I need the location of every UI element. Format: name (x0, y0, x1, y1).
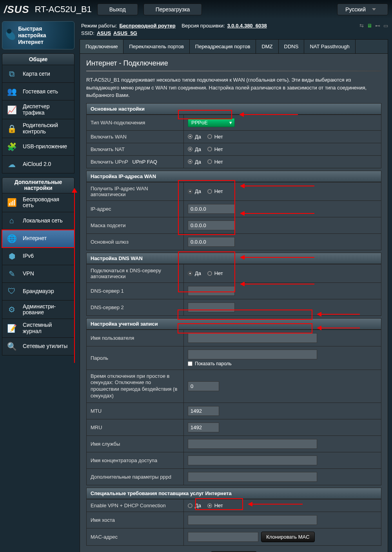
wan-gw-input[interactable] (188, 237, 235, 247)
vpn-dhcp-yes[interactable] (188, 503, 192, 508)
sidebar-item-gen-1[interactable]: 👥Гостевая сеть (2, 83, 74, 100)
mru-input[interactable] (188, 423, 219, 432)
tab-nat[interactable]: NAT Passthrough (304, 40, 355, 53)
menu-icon: ⬢ (6, 251, 17, 262)
tab-ddns[interactable]: DDNS (279, 40, 305, 53)
advanced-header: Дополнительные настройки (2, 177, 74, 193)
status-line: Режим работы: Беспроводной роутер Версия… (80, 22, 388, 30)
wan-auto-yes[interactable] (188, 189, 192, 194)
tab-port-forward[interactable]: Переадресация портов (190, 40, 256, 53)
menu-label: Интернет (23, 235, 47, 241)
upnp-faq-link[interactable]: UPnP FAQ (132, 159, 157, 165)
menu-icon: 📶 (6, 197, 17, 208)
menu-label: USB-приложение (23, 144, 67, 149)
sidebar-item-adv-6[interactable]: ⚙Администри-рование (2, 301, 74, 319)
dns2-input[interactable] (188, 302, 235, 312)
menu-label: AiCloud 2.0 (23, 161, 51, 167)
sidebar-item-adv-1[interactable]: ⌂Локальная сеть (2, 212, 74, 230)
sidebar: Быстрая настройка Интернет Общие ⧉Карта … (0, 19, 76, 552)
menu-label: Карта сети (23, 71, 50, 77)
wan-type-select[interactable]: PPPoE (188, 118, 235, 127)
section-dns: Настройка DNS WAN (86, 253, 381, 264)
tabs: Подключение Переключатель портов Переадр… (80, 39, 388, 54)
section-isp: Специальные требования поставщика услуг … (86, 488, 381, 499)
idle-input[interactable] (188, 381, 219, 391)
sidebar-item-adv-0[interactable]: 📶Беспроводная сеть (2, 193, 74, 212)
menu-icon: ⧉ (6, 68, 17, 79)
sidebar-item-adv-2[interactable]: 🌐Интернет (2, 230, 74, 248)
show-password-checkbox[interactable] (188, 361, 192, 366)
sidebar-item-gen-2[interactable]: 📈Диспетчер трафика (2, 100, 74, 119)
dns-auto-no[interactable] (207, 271, 212, 276)
menu-label: Системный журнал (23, 322, 70, 334)
description: RT-AC52U_B1 поддерживает несколько типов… (86, 76, 381, 99)
menu-icon: 🔒 (6, 123, 17, 134)
menu-label: Диспетчер трафика (23, 104, 70, 116)
tab-connection[interactable]: Подключение (80, 40, 123, 53)
language-dropdown[interactable]: Русский (337, 4, 388, 15)
tab-port-trigger[interactable]: Переключатель портов (123, 40, 189, 53)
menu-icon: ⚙ (6, 304, 17, 315)
wan-auto-no[interactable] (207, 189, 212, 194)
section-account: Настройка учетной записи (86, 318, 381, 330)
page-title: Интернет - Подключение (86, 59, 381, 67)
mtu-input[interactable] (188, 406, 219, 416)
menu-label: IPv6 (23, 253, 34, 259)
tab-dmz[interactable]: DMZ (256, 40, 278, 53)
mac-input[interactable] (188, 532, 258, 542)
dns-auto-yes[interactable] (188, 271, 192, 276)
password-input[interactable] (188, 350, 317, 359)
wand-icon (4, 29, 17, 42)
menu-icon: 📝 (6, 323, 17, 334)
reboot-button[interactable]: Перезагрузка (143, 4, 202, 15)
menu-label: VPN (23, 271, 34, 277)
wifi-icon: 🖥 (367, 23, 372, 29)
ssid-5[interactable]: ASUS_5G (113, 30, 137, 36)
enable-wan-no[interactable] (207, 134, 212, 139)
menu-icon: ⌂ (6, 215, 17, 226)
enable-upnp-no[interactable] (207, 159, 212, 164)
vpn-dhcp-no[interactable] (207, 503, 212, 508)
sidebar-item-gen-4[interactable]: 🧩USB-приложение (2, 138, 74, 156)
sidebar-item-adv-5[interactable]: 🛡Брандмауэр (2, 283, 74, 301)
username-input[interactable] (188, 333, 317, 343)
hostname-input[interactable] (188, 515, 317, 525)
quick-setup-button[interactable]: Быстрая настройка Интернет (2, 21, 74, 49)
sidebar-item-adv-3[interactable]: ⬢IPv6 (2, 248, 74, 265)
menu-label: Сетевые утилиты (23, 343, 67, 349)
usb-icon: ⊷ (375, 23, 380, 29)
sidebar-item-gen-3[interactable]: 🔒Родительский контроль (2, 119, 74, 138)
logout-button[interactable]: Выход (97, 4, 138, 15)
menu-icon: 📈 (6, 104, 17, 115)
fw-link[interactable]: 3.0.0.4.380_6038 (227, 23, 267, 29)
pppd-input[interactable] (188, 472, 317, 482)
sidebar-item-gen-5[interactable]: ☁AiCloud 2.0 (2, 156, 74, 173)
enable-upnp-yes[interactable] (188, 159, 192, 164)
sidebar-item-gen-0[interactable]: ⧉Карта сети (2, 65, 74, 83)
menu-label: Беспроводная сеть (23, 197, 70, 209)
enable-nat-yes[interactable] (188, 147, 192, 151)
menu-label: Администри-рование (23, 304, 70, 316)
clone-mac-button[interactable]: Клонировать MAC (261, 532, 314, 542)
sidebar-item-adv-4[interactable]: ✎VPN (2, 265, 74, 283)
menu-label: Родительский контроль (23, 122, 70, 135)
service-input[interactable] (188, 439, 317, 449)
sidebar-item-adv-7[interactable]: 📝Системный журнал (2, 319, 74, 338)
topbar: /SUS RT-AC52U_B1 Выход Перезагрузка Русс… (0, 0, 392, 19)
menu-icon: 🛡 (6, 286, 17, 297)
wan-mask-input[interactable] (188, 220, 235, 230)
section-basic: Основные настройки (86, 103, 381, 115)
content: Режим работы: Беспроводной роутер Версия… (76, 19, 392, 552)
concentrator-input[interactable] (188, 455, 317, 465)
menu-label: Гостевая сеть (23, 89, 58, 95)
op-mode-link[interactable]: Беспроводной роутер (119, 23, 175, 29)
enable-wan-yes[interactable] (188, 134, 192, 139)
dns1-input[interactable] (188, 286, 235, 296)
sidebar-item-adv-8[interactable]: 🔍Сетевые утилиты (2, 338, 74, 355)
wan-ip-input[interactable] (188, 204, 235, 214)
menu-label: Брандмауэр (23, 288, 54, 294)
device-icon: ▭ (383, 23, 388, 29)
main-panel: Интернет - Подключение RT-AC52U_B1 подде… (80, 54, 388, 552)
enable-nat-no[interactable] (207, 147, 212, 151)
ssid-24[interactable]: ASUS (97, 30, 111, 36)
